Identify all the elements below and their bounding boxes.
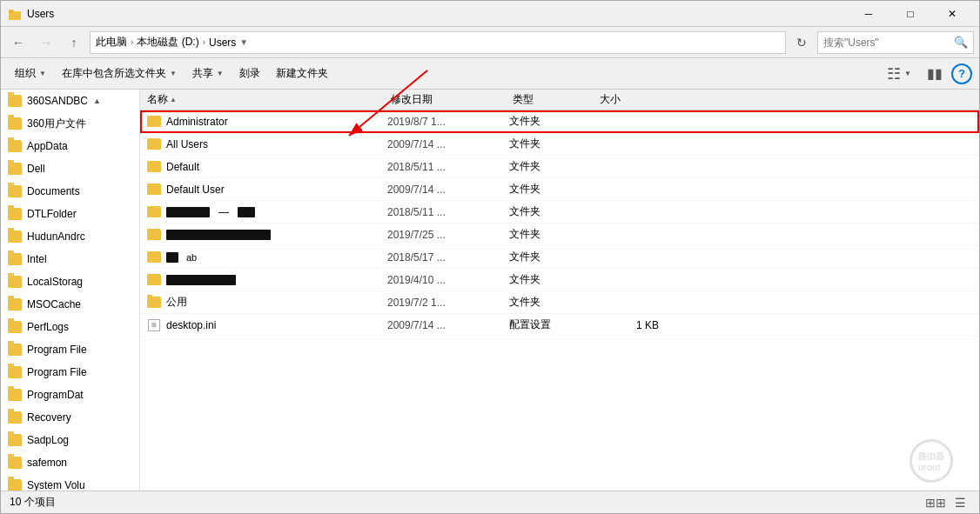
up-button[interactable]: ↑ — [62, 30, 86, 55]
folder-icon — [147, 206, 161, 217]
minimize-button[interactable]: ─ — [849, 1, 889, 27]
forward-button[interactable]: → — [34, 30, 58, 55]
window-title: Users — [27, 8, 849, 20]
breadcrumb-sep2: › — [203, 37, 205, 47]
folder-icon — [8, 434, 22, 446]
search-icon[interactable]: 🔍 — [954, 36, 968, 49]
sidebar-item-msocache[interactable]: MSOCache — [1, 293, 139, 316]
col-header-type[interactable]: 类型 — [509, 90, 596, 110]
folder-icon — [8, 253, 22, 265]
sidebar-item-appdata[interactable]: AppData — [1, 135, 139, 157]
organize-button[interactable]: 组织 ▼ — [8, 63, 53, 85]
redacted-name — [166, 230, 271, 240]
table-row[interactable]: 公用 2019/7/2 1... 文件夹 — [140, 291, 979, 314]
sidebar-item-intel[interactable]: Intel — [1, 248, 139, 270]
share-arrow-icon: ▼ — [217, 70, 224, 77]
table-row[interactable]: 2019/7/25 ... 文件夹 — [140, 224, 979, 246]
svg-rect-3 — [9, 10, 13, 13]
help-button[interactable]: ? — [951, 63, 972, 84]
organize-arrow-icon: ▼ — [39, 70, 46, 77]
sidebar-item-hudunandr[interactable]: HudunAndrc — [1, 225, 139, 248]
col-header-date[interactable]: 修改日期 — [387, 90, 509, 110]
redacted-name-2 — [238, 207, 255, 217]
breadcrumb-drive: 本地磁盘 (D:) — [137, 35, 198, 50]
folder-icon — [8, 163, 22, 175]
sidebar-item-systemvolu[interactable]: System Volu — [1, 474, 139, 491]
table-row[interactable]: 2019/4/10 ... 文件夹 — [140, 269, 979, 291]
watermark: 路由器uroot — [896, 435, 966, 487]
sidebar-item-perflogs[interactable]: PerfLogs — [1, 316, 139, 338]
close-button[interactable]: ✕ — [932, 1, 972, 27]
table-row[interactable]: All Users 2009/7/14 ... 文件夹 — [140, 133, 979, 156]
sidebar-item-recovery[interactable]: Recovery — [1, 406, 139, 429]
item-count: 10 个项目 — [10, 495, 56, 510]
sidebar-item-360user[interactable]: 360用户文件 — [1, 112, 139, 135]
folder-icon — [8, 276, 22, 288]
file-name-cell — [144, 229, 387, 240]
redacted-name — [166, 207, 210, 217]
sort-arrow-icon: ▲ — [170, 96, 177, 103]
folder-icon — [147, 116, 161, 127]
file-name-cell: Administrator — [144, 116, 387, 128]
breadcrumb-pc: 此电脑 — [96, 35, 127, 50]
table-row[interactable]: Default 2018/5/11 ... 文件夹 — [140, 156, 979, 178]
sidebar-item-programdata[interactable]: ProgramDat — [1, 384, 139, 406]
folder-icon — [8, 298, 22, 310]
folder-icon — [8, 117, 22, 130]
title-bar: Users ─ □ ✕ — [1, 1, 979, 27]
folder-icon — [8, 389, 22, 401]
view-arrow-icon: ▼ — [904, 70, 911, 77]
table-row[interactable]: ab 2018/5/17 ... 文件夹 — [140, 246, 979, 269]
file-list: 名称 ▲ 修改日期 类型 大小 Administrator — [140, 90, 979, 491]
col-header-size[interactable]: 大小 — [596, 90, 666, 110]
sidebar-item-programfiles1[interactable]: Program File — [1, 338, 139, 361]
folder-icon — [147, 138, 161, 150]
list-view-button[interactable]: ⊞⊞ — [925, 494, 946, 511]
sidebar-item-sadplog[interactable]: SadpLog — [1, 429, 139, 451]
breadcrumb-folder: Users — [209, 37, 236, 49]
window-icon — [8, 7, 22, 21]
library-button[interactable]: 在库中包含所选文件夹 ▼ — [55, 63, 184, 85]
breadcrumb-end: ▼ — [239, 37, 248, 47]
details-pane-button[interactable]: ▮▮ — [920, 63, 950, 85]
main-content: 360SANDBC ▲ 360用户文件 AppData Dell Documen… — [1, 90, 979, 491]
library-arrow-icon: ▼ — [170, 70, 177, 77]
new-folder-button[interactable]: 新建文件夹 — [269, 63, 335, 85]
folder-icon — [8, 457, 22, 469]
folder-icon — [147, 274, 161, 285]
table-row[interactable]: Default User 2009/7/14 ... 文件夹 — [140, 178, 979, 201]
folder-icon — [8, 208, 22, 220]
sidebar-item-dtlfolder[interactable]: DTLFolder — [1, 203, 139, 225]
view-options-button[interactable]: ☷ ▼ — [880, 63, 918, 85]
sidebar-item-documents[interactable]: Documents — [1, 180, 139, 203]
folder-icon — [8, 140, 22, 152]
ini-file-icon: ⊞ — [147, 318, 161, 332]
table-row[interactable]: Administrator 2019/8/7 1... 文件夹 — [140, 110, 979, 133]
file-name-cell: Default User — [144, 184, 387, 196]
file-name-cell: ⊞ desktop.ini — [144, 318, 387, 332]
address-bar: ← → ↑ 此电脑 › 本地磁盘 (D:) › Users ▼ ↻ 🔍 — [1, 27, 979, 58]
sidebar-item-dell[interactable]: Dell — [1, 157, 139, 180]
sidebar-item-safemon[interactable]: safemon — [1, 451, 139, 474]
sidebar-item-programfiles2[interactable]: Program File — [1, 361, 139, 384]
file-name-cell: — — [144, 206, 387, 218]
back-button[interactable]: ← — [6, 30, 30, 55]
table-row[interactable]: ⊞ desktop.ini 2009/7/14 ... 配置设置 1 KB — [140, 314, 979, 337]
sidebar-item-localstorag[interactable]: LocalStorag — [1, 270, 139, 293]
breadcrumb[interactable]: 此电脑 › 本地磁盘 (D:) › Users ▼ — [90, 31, 786, 54]
refresh-button[interactable]: ↻ — [789, 30, 814, 55]
file-name-cell — [144, 274, 387, 285]
search-input[interactable] — [823, 37, 954, 49]
svg-rect-2 — [9, 12, 21, 20]
col-header-name[interactable]: 名称 ▲ — [144, 90, 387, 110]
redacted-name — [166, 275, 236, 285]
share-button[interactable]: 共享 ▼ — [185, 63, 231, 85]
file-name-cell: All Users — [144, 138, 387, 150]
table-row[interactable]: — 2018/5/11 ... 文件夹 — [140, 201, 979, 224]
folder-icon — [147, 251, 161, 263]
maximize-button[interactable]: □ — [890, 1, 930, 27]
detail-view-button[interactable]: ☰ — [950, 494, 970, 511]
folder-icon — [147, 229, 161, 240]
sidebar-item-360sandbc[interactable]: 360SANDBC ▲ — [1, 90, 139, 112]
burn-button[interactable]: 刻录 — [232, 63, 267, 85]
